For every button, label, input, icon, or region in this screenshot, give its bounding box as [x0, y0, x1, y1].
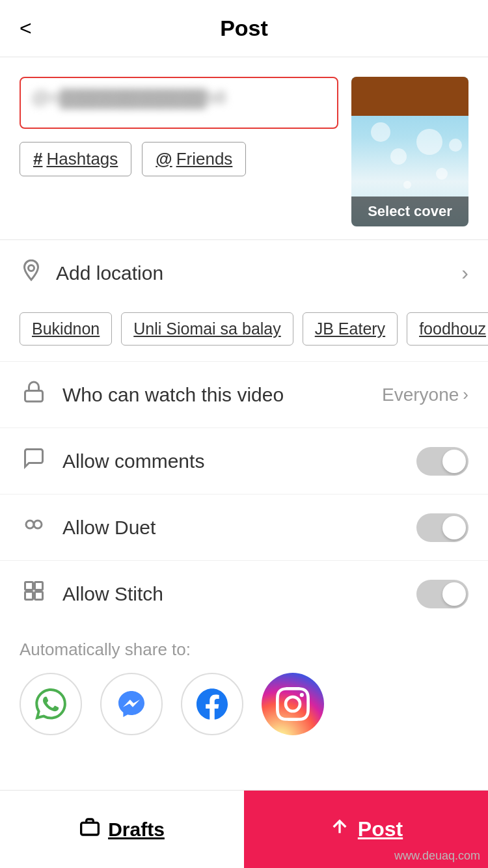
allow-duet-label: Allow Duet: [62, 517, 402, 539]
page-title: Post: [220, 16, 268, 41]
location-icon: [20, 258, 43, 288]
bubble-1: [416, 129, 442, 155]
who-can-watch-row[interactable]: Who can watch this video Everyone ›: [0, 361, 488, 427]
allow-stitch-row: Allow Stitch: [0, 560, 488, 627]
stitch-icon: [20, 579, 48, 608]
lock-icon: [20, 380, 48, 409]
drafts-button[interactable]: Drafts: [0, 791, 244, 868]
location-row[interactable]: Add location ›: [0, 240, 488, 306]
select-cover-label[interactable]: Select cover: [351, 197, 468, 226]
share-label: Automatically share to:: [20, 640, 468, 660]
allow-duet-row: Allow Duet: [0, 494, 488, 560]
svg-rect-6: [25, 592, 33, 600]
friends-label: Friends: [176, 149, 233, 169]
tag-foodhouz[interactable]: foodhouz: [407, 312, 488, 346]
tag-bukidnon[interactable]: Bukidnon: [20, 312, 112, 346]
facebook-button[interactable]: [181, 673, 243, 735]
caption-left: @n▓▓▓▓▓▓▓▓▓▓▓b8 # Hashtags @ Friends: [20, 77, 338, 226]
svg-rect-8: [81, 822, 99, 835]
drafts-label: Drafts: [108, 819, 165, 841]
thumbnail-top-bar: [351, 77, 468, 116]
location-chevron: ›: [461, 261, 468, 285]
allow-comments-row: Allow comments: [0, 427, 488, 494]
back-button[interactable]: <: [20, 16, 32, 40]
video-thumbnail[interactable]: Select cover: [351, 77, 468, 226]
who-can-watch-chevron: ›: [463, 385, 468, 405]
post-icon: [329, 817, 350, 842]
instagram-button[interactable]: [262, 673, 324, 735]
hashtag-buttons: # Hashtags @ Friends: [20, 142, 338, 176]
hash-symbol: #: [33, 149, 42, 169]
who-can-watch-label: Who can watch this video: [62, 384, 368, 406]
who-can-watch-value: Everyone ›: [382, 385, 468, 405]
post-label: Post: [358, 817, 403, 841]
messenger-button[interactable]: [100, 673, 163, 735]
header: < Post: [0, 0, 488, 57]
tag-jb-eatery[interactable]: JB Eatery: [303, 312, 398, 346]
allow-stitch-toggle[interactable]: [416, 580, 468, 608]
whatsapp-button[interactable]: [20, 673, 82, 735]
username-text: @n▓▓▓▓▓▓▓▓▓▓▓b8: [31, 87, 226, 107]
allow-duet-toggle[interactable]: [416, 513, 468, 542]
tag-unli-siomai[interactable]: Unli Siomai sa balay: [121, 312, 293, 346]
toggle-knob-stitch: [442, 582, 466, 606]
duet-icon: [20, 513, 48, 542]
svg-point-0: [29, 265, 34, 271]
share-icons-row: [20, 673, 468, 735]
hashtags-label: Hashtags: [46, 149, 118, 169]
toggle-knob-duet: [442, 516, 466, 539]
svg-point-2: [26, 521, 34, 528]
bubble-4: [371, 122, 390, 142]
location-text: Add location: [56, 262, 448, 284]
drafts-icon: [79, 817, 100, 842]
allow-comments-toggle[interactable]: [416, 447, 468, 476]
bubble-3: [436, 168, 448, 180]
everyone-text: Everyone: [382, 385, 459, 405]
svg-point-3: [34, 521, 42, 528]
allow-comments-label: Allow comments: [62, 450, 402, 472]
toggle-knob-comments: [442, 450, 466, 473]
share-section: Automatically share to:: [0, 627, 488, 742]
caption-input[interactable]: @n▓▓▓▓▓▓▓▓▓▓▓b8: [20, 77, 338, 129]
svg-rect-4: [25, 582, 33, 590]
bubble-5: [403, 181, 411, 189]
bubble-6: [449, 139, 462, 152]
site-watermark: www.deuaq.com: [394, 849, 480, 863]
caption-area: @n▓▓▓▓▓▓▓▓▓▓▓b8 # Hashtags @ Friends Sel…: [0, 57, 488, 239]
allow-stitch-label: Allow Stitch: [62, 583, 402, 605]
bubble-2: [390, 148, 407, 165]
comment-icon: [20, 446, 48, 476]
svg-rect-5: [35, 582, 43, 590]
svg-rect-1: [25, 391, 43, 402]
hashtags-button[interactable]: # Hashtags: [20, 142, 131, 176]
friends-button[interactable]: @ Friends: [142, 142, 246, 176]
svg-rect-7: [35, 592, 43, 600]
at-symbol: @: [156, 149, 172, 169]
location-tags-row: Bukidnon Unli Siomai sa balay JB Eatery …: [0, 306, 488, 361]
